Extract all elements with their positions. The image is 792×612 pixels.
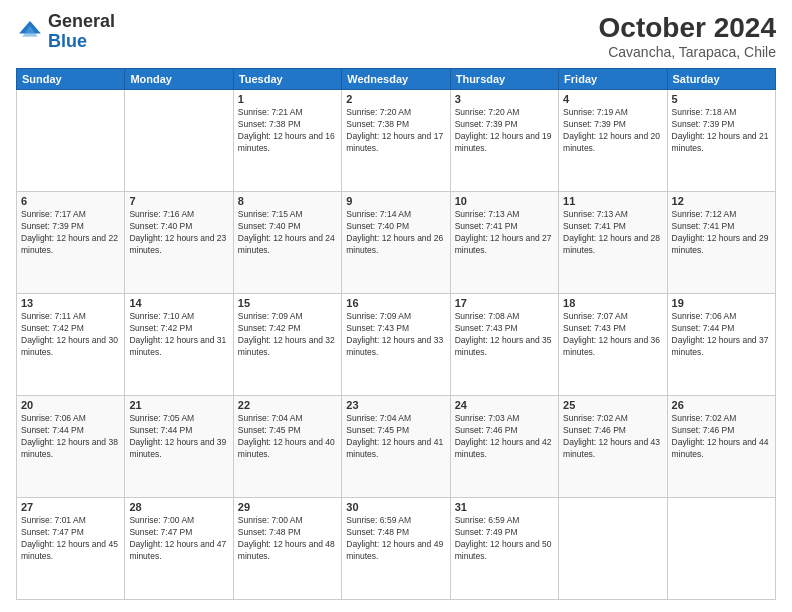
day-number: 19	[672, 297, 771, 309]
calendar-cell: 9Sunrise: 7:14 AM Sunset: 7:40 PM Daylig…	[342, 192, 450, 294]
day-number: 5	[672, 93, 771, 105]
weekday-header: Monday	[125, 69, 233, 90]
calendar-cell: 2Sunrise: 7:20 AM Sunset: 7:38 PM Daylig…	[342, 90, 450, 192]
page: General Blue October 2024 Cavancha, Tara…	[0, 0, 792, 612]
calendar-week-row: 27Sunrise: 7:01 AM Sunset: 7:47 PM Dayli…	[17, 498, 776, 600]
day-number: 4	[563, 93, 662, 105]
calendar-week-row: 13Sunrise: 7:11 AM Sunset: 7:42 PM Dayli…	[17, 294, 776, 396]
day-info: Sunrise: 7:06 AM Sunset: 7:44 PM Dayligh…	[672, 311, 771, 359]
day-number: 13	[21, 297, 120, 309]
calendar-cell: 4Sunrise: 7:19 AM Sunset: 7:39 PM Daylig…	[559, 90, 667, 192]
weekday-header: Thursday	[450, 69, 558, 90]
logo-text: General Blue	[48, 12, 115, 52]
calendar-cell: 5Sunrise: 7:18 AM Sunset: 7:39 PM Daylig…	[667, 90, 775, 192]
day-number: 15	[238, 297, 337, 309]
day-number: 7	[129, 195, 228, 207]
logo-general: General	[48, 11, 115, 31]
day-info: Sunrise: 7:04 AM Sunset: 7:45 PM Dayligh…	[238, 413, 337, 461]
calendar-cell: 14Sunrise: 7:10 AM Sunset: 7:42 PM Dayli…	[125, 294, 233, 396]
day-number: 1	[238, 93, 337, 105]
day-number: 22	[238, 399, 337, 411]
day-info: Sunrise: 7:10 AM Sunset: 7:42 PM Dayligh…	[129, 311, 228, 359]
day-info: Sunrise: 7:09 AM Sunset: 7:43 PM Dayligh…	[346, 311, 445, 359]
day-info: Sunrise: 7:07 AM Sunset: 7:43 PM Dayligh…	[563, 311, 662, 359]
weekday-header: Friday	[559, 69, 667, 90]
weekday-header: Sunday	[17, 69, 125, 90]
day-info: Sunrise: 6:59 AM Sunset: 7:49 PM Dayligh…	[455, 515, 554, 563]
calendar-week-row: 20Sunrise: 7:06 AM Sunset: 7:44 PM Dayli…	[17, 396, 776, 498]
calendar-cell: 15Sunrise: 7:09 AM Sunset: 7:42 PM Dayli…	[233, 294, 341, 396]
weekday-header: Saturday	[667, 69, 775, 90]
calendar-cell: 8Sunrise: 7:15 AM Sunset: 7:40 PM Daylig…	[233, 192, 341, 294]
day-number: 24	[455, 399, 554, 411]
day-info: Sunrise: 7:17 AM Sunset: 7:39 PM Dayligh…	[21, 209, 120, 257]
day-info: Sunrise: 7:03 AM Sunset: 7:46 PM Dayligh…	[455, 413, 554, 461]
day-number: 31	[455, 501, 554, 513]
day-info: Sunrise: 7:00 AM Sunset: 7:48 PM Dayligh…	[238, 515, 337, 563]
calendar-cell: 21Sunrise: 7:05 AM Sunset: 7:44 PM Dayli…	[125, 396, 233, 498]
day-info: Sunrise: 7:02 AM Sunset: 7:46 PM Dayligh…	[672, 413, 771, 461]
calendar-cell: 26Sunrise: 7:02 AM Sunset: 7:46 PM Dayli…	[667, 396, 775, 498]
day-number: 26	[672, 399, 771, 411]
day-number: 18	[563, 297, 662, 309]
day-info: Sunrise: 7:08 AM Sunset: 7:43 PM Dayligh…	[455, 311, 554, 359]
day-number: 6	[21, 195, 120, 207]
calendar-cell: 24Sunrise: 7:03 AM Sunset: 7:46 PM Dayli…	[450, 396, 558, 498]
day-info: Sunrise: 7:11 AM Sunset: 7:42 PM Dayligh…	[21, 311, 120, 359]
calendar-cell: 17Sunrise: 7:08 AM Sunset: 7:43 PM Dayli…	[450, 294, 558, 396]
calendar-cell: 7Sunrise: 7:16 AM Sunset: 7:40 PM Daylig…	[125, 192, 233, 294]
day-info: Sunrise: 7:21 AM Sunset: 7:38 PM Dayligh…	[238, 107, 337, 155]
day-info: Sunrise: 7:18 AM Sunset: 7:39 PM Dayligh…	[672, 107, 771, 155]
calendar-week-row: 1Sunrise: 7:21 AM Sunset: 7:38 PM Daylig…	[17, 90, 776, 192]
day-info: Sunrise: 7:16 AM Sunset: 7:40 PM Dayligh…	[129, 209, 228, 257]
calendar-cell: 23Sunrise: 7:04 AM Sunset: 7:45 PM Dayli…	[342, 396, 450, 498]
day-number: 30	[346, 501, 445, 513]
weekday-header: Tuesday	[233, 69, 341, 90]
day-number: 27	[21, 501, 120, 513]
calendar-cell: 3Sunrise: 7:20 AM Sunset: 7:39 PM Daylig…	[450, 90, 558, 192]
day-info: Sunrise: 7:15 AM Sunset: 7:40 PM Dayligh…	[238, 209, 337, 257]
day-number: 28	[129, 501, 228, 513]
calendar-cell	[667, 498, 775, 600]
calendar-cell	[125, 90, 233, 192]
day-info: Sunrise: 7:12 AM Sunset: 7:41 PM Dayligh…	[672, 209, 771, 257]
calendar-cell: 18Sunrise: 7:07 AM Sunset: 7:43 PM Dayli…	[559, 294, 667, 396]
day-info: Sunrise: 7:14 AM Sunset: 7:40 PM Dayligh…	[346, 209, 445, 257]
day-number: 2	[346, 93, 445, 105]
logo: General Blue	[16, 12, 115, 52]
calendar-cell: 11Sunrise: 7:13 AM Sunset: 7:41 PM Dayli…	[559, 192, 667, 294]
calendar-cell: 22Sunrise: 7:04 AM Sunset: 7:45 PM Dayli…	[233, 396, 341, 498]
day-number: 3	[455, 93, 554, 105]
calendar-cell: 27Sunrise: 7:01 AM Sunset: 7:47 PM Dayli…	[17, 498, 125, 600]
calendar-header-row: SundayMondayTuesdayWednesdayThursdayFrid…	[17, 69, 776, 90]
calendar-cell: 19Sunrise: 7:06 AM Sunset: 7:44 PM Dayli…	[667, 294, 775, 396]
calendar-cell	[559, 498, 667, 600]
calendar-week-row: 6Sunrise: 7:17 AM Sunset: 7:39 PM Daylig…	[17, 192, 776, 294]
day-info: Sunrise: 6:59 AM Sunset: 7:48 PM Dayligh…	[346, 515, 445, 563]
day-info: Sunrise: 7:01 AM Sunset: 7:47 PM Dayligh…	[21, 515, 120, 563]
day-info: Sunrise: 7:09 AM Sunset: 7:42 PM Dayligh…	[238, 311, 337, 359]
day-number: 9	[346, 195, 445, 207]
day-info: Sunrise: 7:13 AM Sunset: 7:41 PM Dayligh…	[563, 209, 662, 257]
month-title: October 2024	[599, 12, 776, 44]
day-info: Sunrise: 7:05 AM Sunset: 7:44 PM Dayligh…	[129, 413, 228, 461]
logo-icon	[16, 18, 44, 46]
day-number: 12	[672, 195, 771, 207]
calendar-table: SundayMondayTuesdayWednesdayThursdayFrid…	[16, 68, 776, 600]
weekday-header: Wednesday	[342, 69, 450, 90]
calendar-cell: 6Sunrise: 7:17 AM Sunset: 7:39 PM Daylig…	[17, 192, 125, 294]
day-number: 23	[346, 399, 445, 411]
day-number: 10	[455, 195, 554, 207]
location-subtitle: Cavancha, Tarapaca, Chile	[599, 44, 776, 60]
day-number: 14	[129, 297, 228, 309]
calendar-cell: 10Sunrise: 7:13 AM Sunset: 7:41 PM Dayli…	[450, 192, 558, 294]
day-info: Sunrise: 7:00 AM Sunset: 7:47 PM Dayligh…	[129, 515, 228, 563]
day-info: Sunrise: 7:06 AM Sunset: 7:44 PM Dayligh…	[21, 413, 120, 461]
header: General Blue October 2024 Cavancha, Tara…	[16, 12, 776, 60]
calendar-cell: 29Sunrise: 7:00 AM Sunset: 7:48 PM Dayli…	[233, 498, 341, 600]
day-number: 20	[21, 399, 120, 411]
day-number: 8	[238, 195, 337, 207]
day-info: Sunrise: 7:20 AM Sunset: 7:38 PM Dayligh…	[346, 107, 445, 155]
day-info: Sunrise: 7:20 AM Sunset: 7:39 PM Dayligh…	[455, 107, 554, 155]
day-number: 25	[563, 399, 662, 411]
